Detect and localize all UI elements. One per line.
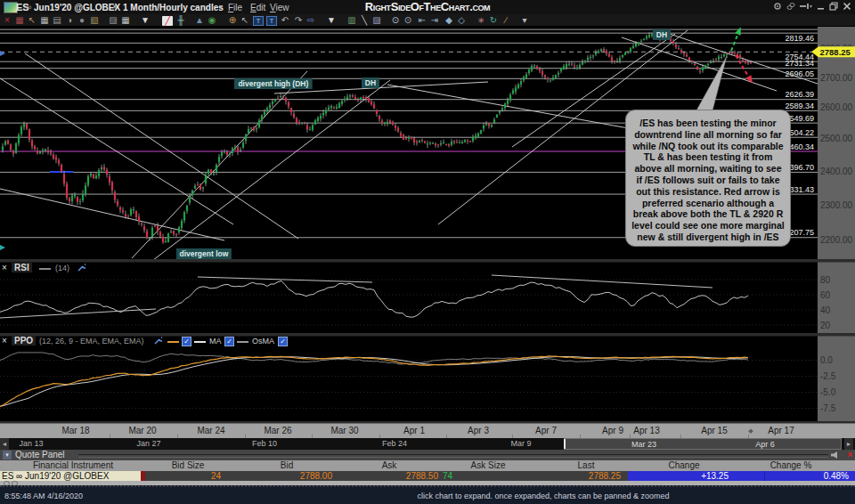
analysis-note[interactable]: /ES has been testing the minor downtrend… xyxy=(625,110,791,247)
svg-text:2200.00: 2200.00 xyxy=(820,235,853,245)
time-scrollbar[interactable]: Mar 23Apr 6 ◂ ▸ Jan 13Jan 27Feb 10Feb 24… xyxy=(0,438,855,450)
quote-column-header[interactable]: Last xyxy=(578,460,595,470)
ray-tool-icon[interactable]: ▨ xyxy=(371,14,382,26)
rsi-title[interactable]: RSI xyxy=(12,263,32,272)
minimize-icon[interactable] xyxy=(817,2,825,11)
quote-bid-size: 24 xyxy=(145,471,221,481)
ppo-close-icon[interactable]: × xyxy=(2,336,7,345)
ppo-settings-icon[interactable] xyxy=(153,337,162,345)
date-axis-label: Apr 13 xyxy=(633,426,659,435)
rsi-close-icon[interactable]: × xyxy=(2,263,7,272)
alert-speaker-icon[interactable] xyxy=(831,451,839,459)
quote-column-header[interactable]: Bid xyxy=(281,460,293,470)
quote-table-row[interactable]: ES ∞ Jun19'20 @GLOBEX 24 2788.00 2788.50… xyxy=(0,471,855,481)
layout-menu-icon[interactable]: ▼ xyxy=(140,14,151,26)
refresh-icon[interactable]: ↻ xyxy=(488,14,499,26)
text-note-icon[interactable]: T xyxy=(266,16,277,26)
menu-file[interactable]: File xyxy=(228,3,242,12)
scroll-right-icon[interactable]: ▸ xyxy=(844,438,853,450)
date-axis-label: Apr 17 xyxy=(768,426,794,435)
close-window-icon[interactable] xyxy=(843,2,851,11)
print-icon[interactable]: ▤ xyxy=(52,14,62,26)
quote-column-header[interactable]: Ask xyxy=(382,460,397,470)
rsi-settings-icon[interactable] xyxy=(77,264,86,272)
date-axis-label: Mar 18 xyxy=(61,426,89,435)
zoom-in-icon[interactable]: ⊙ xyxy=(390,14,401,26)
scrollbar-date-label: Mar 23 xyxy=(631,440,656,449)
scrollbar-date-label: Feb 24 xyxy=(382,439,407,448)
layout-icon[interactable]: ▦ xyxy=(120,14,131,26)
crosshair-icon[interactable]: ⊕ xyxy=(227,14,238,26)
ppo-osma-label: OsMA xyxy=(252,337,274,345)
ppo-title[interactable]: PPO xyxy=(12,336,36,345)
settings-gear-icon[interactable] xyxy=(773,2,782,11)
chart-style-icon[interactable]: ▨ xyxy=(108,14,118,26)
toolbar-more-icon[interactable]: ▾ xyxy=(519,14,530,26)
record-icon[interactable]: ● xyxy=(77,14,87,26)
expand-bars-icon[interactable]: ◆ xyxy=(444,14,454,26)
status-bar: 8:55:48 AM 4/16/2020 click chart to expa… xyxy=(0,485,855,504)
date-axis[interactable]: Mar 18Mar 20Mar 24Mar 26Mar 30Apr 1Apr 3… xyxy=(0,423,855,439)
globe-icon[interactable]: ◉ xyxy=(207,14,217,26)
scrollbar-thumb-grip[interactable] xyxy=(564,439,566,449)
ppo-visible-checkbox[interactable]: ✓ xyxy=(182,337,191,346)
quote-ask-size: 74 xyxy=(443,471,462,481)
text-label-icon[interactable]: T xyxy=(253,16,264,26)
candle-type-icon[interactable]: ╫ xyxy=(175,14,186,26)
contract-label[interactable]: Jun19'20 @GLOBEX xyxy=(34,3,120,12)
menu-view[interactable]: View xyxy=(270,3,289,12)
select-box-icon[interactable]: ▦ xyxy=(14,14,25,26)
rsi-line-sample xyxy=(39,268,51,270)
image-export-icon[interactable]: ◑ xyxy=(64,14,75,26)
pin-icon[interactable] xyxy=(800,2,812,11)
scrollbar-date-label: Apr 6 xyxy=(755,440,775,449)
scroll-left-icon[interactable]: ◂ xyxy=(0,438,9,450)
step-back-icon[interactable]: ⇤ xyxy=(417,14,428,26)
symbol-dropdown-caret-icon[interactable]: ▾ xyxy=(113,3,117,11)
link-icon[interactable] xyxy=(786,2,795,11)
quote-panel-close-icon[interactable]: × xyxy=(847,450,852,459)
settings-wrench-icon[interactable]: ∕ xyxy=(501,14,511,26)
restore-icon[interactable] xyxy=(829,2,838,11)
svg-text:2788.25: 2788.25 xyxy=(820,47,851,57)
grid-toggle-icon[interactable]: ▦ xyxy=(39,14,50,26)
quote-instrument-cell[interactable]: ES ∞ Jun19'20 @GLOBEX xyxy=(0,471,141,481)
ppo-ma-sample xyxy=(194,341,206,343)
trendline-tool-icon[interactable]: ╲ xyxy=(359,14,370,26)
quote-table-header: Financial InstrumentBid SizeBidAskAsk Si… xyxy=(0,460,855,471)
ppo-ma-checkbox[interactable]: ✓ xyxy=(224,337,234,346)
quote-column-header[interactable]: Financial Instrument xyxy=(33,460,113,470)
shrink-bars-icon[interactable]: ◇ xyxy=(456,14,467,26)
delete-drawing-icon[interactable]: × xyxy=(2,14,12,26)
timeframe-dropdown-caret-icon[interactable]: ▾ xyxy=(219,3,223,11)
folder-icon[interactable]: ▧ xyxy=(89,14,100,26)
quote-ask: 2788.50 xyxy=(338,471,438,481)
quote-panel-collapse-icon[interactable]: ▾ xyxy=(3,451,12,459)
indicator-panel-icon[interactable]: ▥ xyxy=(346,14,357,26)
themes-icon[interactable]: ∗ xyxy=(476,14,486,26)
zoom-out-icon[interactable]: ⊙ xyxy=(403,14,413,26)
quote-column-header[interactable]: Change xyxy=(668,460,699,470)
date-axis-label: Apr 7 xyxy=(535,426,557,435)
timeframe-selector[interactable]: 1 Month/Hourly candles xyxy=(123,3,224,12)
quote-column-header[interactable]: Ask Size xyxy=(471,460,506,470)
svg-text:2589.34: 2589.34 xyxy=(785,102,814,110)
draw-marker-icon[interactable]: ╱ xyxy=(162,16,173,26)
menu-edit[interactable]: Edit xyxy=(250,3,265,12)
date-axis-label: Mar 24 xyxy=(197,426,224,435)
svg-text:2731.34: 2731.34 xyxy=(785,59,814,68)
drawings-menu-icon[interactable]: ▼ xyxy=(326,14,337,26)
quote-column-header[interactable]: Change % xyxy=(770,460,812,470)
area-chart-icon[interactable]: ▲ xyxy=(194,14,205,26)
status-clock: 8:55:48 AM 4/16/2020 xyxy=(4,492,83,500)
step-forward-icon[interactable]: ⇥ xyxy=(429,14,440,26)
undo-icon[interactable]: ↶ xyxy=(280,14,290,26)
quote-column-header[interactable]: Bid Size xyxy=(172,460,205,470)
ppo-osma-checkbox[interactable]: ✓ xyxy=(278,337,288,346)
scrollbar-date-label: Jan 13 xyxy=(19,439,43,448)
redo-icon[interactable]: ↷ xyxy=(293,14,304,26)
pointer-tool-icon[interactable]: ↖ xyxy=(27,14,37,26)
callout-arrow-icon[interactable]: ⇨ xyxy=(305,14,316,26)
cursor-select-icon[interactable]: ↖ xyxy=(240,14,250,26)
scrollbar-thumb[interactable]: Mar 23Apr 6 xyxy=(564,438,842,450)
